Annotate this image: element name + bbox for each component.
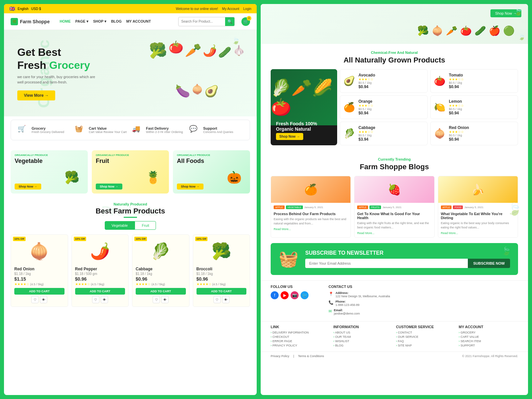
youtube-icon[interactable]: ▶ <box>281 291 289 299</box>
quickview-cabbage[interactable]: 👁 <box>161 296 169 303</box>
terms-link[interactable]: Terms & Conditions <box>298 354 324 358</box>
login-link[interactable]: Login <box>243 7 251 11</box>
footer-link-sitemap[interactable]: SITE MAP <box>396 344 456 347</box>
product-price-onion: $1.15 <box>14 276 65 282</box>
footer-link-faq[interactable]: FAQ <box>396 339 456 343</box>
footer-link-ourservice[interactable]: OUR SERVICE <box>396 335 456 338</box>
footer-link-privacy[interactable]: PRIVACY POLICY <box>271 344 330 347</box>
view-more-button[interactable]: View More → <box>17 90 55 100</box>
blog-read-more-1[interactable]: Read More... <box>271 227 350 233</box>
quickview-broccoli[interactable]: 👁 <box>222 296 229 303</box>
discount-badge-pepper: 10% Off <box>74 237 86 241</box>
avocado-rating: ★★★☆☆ <box>358 77 375 81</box>
wishlist-pepper[interactable]: ♡ <box>92 296 99 303</box>
facebook-icon[interactable]: f <box>271 291 279 299</box>
my-account-link[interactable]: My Account <box>222 7 239 11</box>
onion-right-price: $0.94 <box>449 137 469 142</box>
footer-link-checkout[interactable]: CHECKOUT <box>271 335 330 338</box>
cat-veg-img: 🥦 <box>59 164 85 191</box>
wishlist-cabbage[interactable]: ♡ <box>153 296 160 303</box>
cat-foods-title: All Foods <box>177 158 204 165</box>
product-img-cabbage: 🥬 <box>136 238 186 265</box>
footer-link-wishlist[interactable]: WISHLIST <box>333 339 393 343</box>
footer-link-delivery[interactable]: DELIVERY INFORMATION <box>271 331 330 334</box>
nav-account[interactable]: MY ACCOUNT <box>126 19 151 24</box>
footer-bottom-links: Privacy Policy | Terms & Conditions <box>271 354 324 358</box>
language-label[interactable]: English <box>18 7 29 11</box>
cart-icon: 🧺 <box>75 125 85 135</box>
add-to-cart-cabbage[interactable]: ADD TO CART <box>136 288 186 295</box>
add-to-cart-broccoli[interactable]: ADD TO CART <box>197 288 247 295</box>
blog-desc-2: Eating with the right fruits at the righ… <box>354 221 434 231</box>
orange-img: 🍊 <box>343 102 355 113</box>
small-product-lemon: 🍋 Lemon ★★★☆☆ $0.5 / 1kg $0.94 <box>430 95 518 119</box>
add-to-cart-pepper[interactable]: ADD TO CART <box>75 288 125 295</box>
blog-read-more-3[interactable]: Read More... <box>438 231 518 237</box>
newsletter-subscribe-btn[interactable]: SUBSCRIBE NOW <box>468 259 510 268</box>
footer-col-service-title: CUSTOMER SERVICE <box>396 325 456 329</box>
blog-read-more-2[interactable]: Read More... <box>354 231 434 237</box>
hero-veggie-7: 🟢 <box>503 25 515 36</box>
search-input[interactable] <box>179 20 225 23</box>
feature-support: 💬 Support Concerns And Queries <box>189 125 243 135</box>
wishlist-onion[interactable]: ♡ <box>31 296 39 303</box>
search-button[interactable]: 🔍 <box>225 17 234 26</box>
delivery-icon: 🚚 <box>132 125 143 135</box>
feature-delivery: 🚚 Fast Delivery Within 2-3 Hr After Orde… <box>132 125 186 135</box>
cabbage-right-name: Cabbage <box>358 125 375 130</box>
nav-shop[interactable]: SHOP ▾ <box>93 19 106 24</box>
product-stars-pepper: ★★★★☆ (4.5 / 5kg) <box>75 282 125 286</box>
nav-page[interactable]: PAGE ▾ <box>75 19 88 24</box>
quickview-onion[interactable]: 👁 <box>40 296 47 303</box>
cat-veg-btn[interactable]: Shop Now → <box>15 184 41 190</box>
newsletter-title: SUBSCRIBE TO NEWSLETTER <box>305 250 510 256</box>
tab-vegetable[interactable]: Vegetable <box>105 221 135 230</box>
follow-us-title: FOLLOW US <box>271 285 309 289</box>
small-product-avocado: 🥑 Avocado ★★★☆☆ $0.5 / 1kg $0.94 <box>340 69 428 93</box>
product-stars-broccoli: ★★★★☆ (4.5 / 5kg) <box>197 282 247 286</box>
right-hero: Shop Now → 🥦 🧅 🥕 🍅 🥒 🍎 🟢 🍃 🍃 <box>261 4 528 44</box>
footer-link-searchitem[interactable]: SEARCH ITEM <box>459 339 518 343</box>
footer-col-myaccount: MY ACCOUNT GROCERY CART VALUE SEARCH ITE… <box>459 325 518 348</box>
follow-us-section: FOLLOW US f ▶ 📷 🐦 <box>271 285 309 317</box>
footer-link-team[interactable]: OUR TEAM <box>333 335 393 338</box>
newsletter-form: SUBSCRIBE NOW <box>305 259 510 268</box>
nav-home[interactable]: HOME <box>60 19 70 24</box>
twitter-icon[interactable]: 🐦 <box>301 291 309 299</box>
product-img-onion: 🧅 <box>14 238 65 265</box>
hero-text: Get BestFresh Grocery we care for your h… <box>17 46 97 100</box>
product-stars-cabbage: ★★★★☆ (4.5 / 5kg) <box>136 282 186 286</box>
privacy-policy-link[interactable]: Privacy Policy <box>271 354 289 358</box>
footer-link-cartvalue[interactable]: CART VALUE <box>459 335 518 338</box>
footer-link-error[interactable]: ERROR PAGE <box>271 339 330 343</box>
newsletter-email-input[interactable] <box>305 259 468 268</box>
wishlist-broccoli[interactable]: ♡ <box>213 296 221 303</box>
cat-foods-btn[interactable]: Shop Now → <box>177 184 203 190</box>
instagram-icon[interactable]: 📷 <box>291 291 299 299</box>
blog-img-1: 🍊 <box>271 176 350 203</box>
logo[interactable]: 🌿 Farm Shoppe <box>11 18 50 25</box>
quickview-pepper[interactable]: 👁 <box>101 296 108 303</box>
phone-icon: 📞 <box>329 300 333 305</box>
footer-link-contact[interactable]: CONTACT <box>396 331 456 334</box>
footer-link-about[interactable]: ABOUT US <box>333 331 393 334</box>
add-to-cart-onion[interactable]: ADD TO CART <box>14 288 65 295</box>
footer-link-support[interactable]: SUPPORT <box>459 344 518 347</box>
right-products-grid: 🥬🥕🌽🍅 Fresh Foods 100% Organic Natural Sh… <box>271 69 518 145</box>
currency-label[interactable]: USD $ <box>31 7 41 11</box>
discount-badge-broccoli: 10% Off <box>195 237 208 241</box>
footer-link-blog[interactable]: BLOG <box>333 344 393 347</box>
tomato-info: Tomato ★★★☆☆ $0.5 / 1kg $0.94 <box>449 73 464 89</box>
hero-veggie-6: 🍎 <box>489 25 500 36</box>
feature-card-big-btn[interactable]: Shop Now → <box>276 133 303 140</box>
footer-separator: | <box>293 354 294 358</box>
tab-fruit[interactable]: Fruit <box>135 221 156 230</box>
cat-fruit-btn[interactable]: Shop Now → <box>96 184 122 190</box>
product-actions-onion: ♡ 👁 <box>14 296 65 303</box>
nav-blog[interactable]: BLOG <box>111 19 122 24</box>
products-section: 🍃 Naturally Produced Products Best Farm … <box>4 197 257 310</box>
phone-text: Phone: 1-888-123-456-89 <box>335 300 359 307</box>
blog-date-1: January 5, 2021 <box>304 206 323 209</box>
hero-title: Get BestFresh Grocery <box>17 46 97 71</box>
footer-link-grocery[interactable]: GROCERY <box>459 331 518 334</box>
